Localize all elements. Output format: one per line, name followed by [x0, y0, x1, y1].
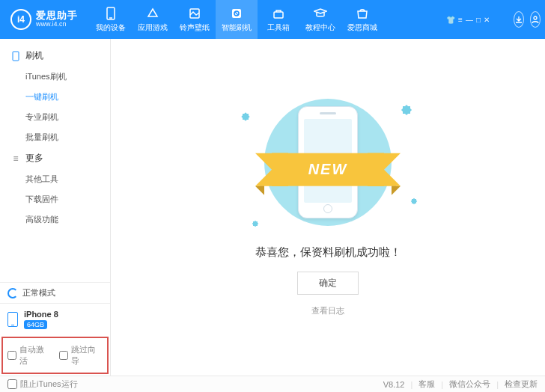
flash-icon [231, 6, 243, 21]
storage-badge: 64GB [24, 320, 47, 329]
wallpaper-icon [189, 6, 201, 21]
tab-toolbox[interactable]: 工具箱 [258, 0, 299, 39]
sidebar-item-download-fw[interactable]: 下载固件 [0, 189, 110, 209]
device-name: iPhone 8 [24, 310, 58, 319]
tab-label: 教程中心 [305, 22, 335, 33]
app-title: 爱思助手 [36, 10, 78, 21]
menu-icon[interactable]: ≡ [458, 16, 463, 24]
view-log-link[interactable]: 查看日志 [311, 305, 344, 316]
device-icon [7, 312, 18, 327]
tab-label: 爱思商城 [347, 22, 377, 33]
wechat-link[interactable]: 微信公众号 [449, 379, 490, 390]
option-label: 跳过向导 [71, 344, 103, 367]
apps-icon [147, 6, 159, 21]
phone-icon [106, 6, 116, 21]
sidebar-item-advanced[interactable]: 高级功能 [0, 209, 110, 230]
sidebar-item-itunes-flash[interactable]: iTunes刷机 [0, 67, 110, 87]
tab-flash[interactable]: 智能刷机 [216, 0, 258, 39]
auto-activate-checkbox[interactable]: 自动激活 [7, 344, 52, 367]
separator: | [441, 380, 443, 389]
support-link[interactable]: 客服 [418, 379, 435, 390]
tab-ringtones[interactable]: 铃声壁纸 [174, 0, 216, 39]
phone-outline-icon [10, 51, 21, 61]
flash-options-highlight: 自动激活 跳过向导 [1, 337, 109, 374]
sidebar: 刷机 iTunes刷机 一键刷机 专业刷机 批量刷机 ≡ 更多 其他工具 下载固… [0, 39, 111, 376]
tab-label: 我的设备 [96, 22, 126, 33]
store-icon [356, 6, 368, 21]
tab-apps[interactable]: 应用游戏 [132, 0, 174, 39]
tab-store[interactable]: 爱思商城 [341, 0, 383, 39]
check-update-link[interactable]: 检查更新 [505, 379, 538, 390]
svg-rect-6 [13, 52, 19, 61]
download-button[interactable] [514, 11, 524, 28]
tab-my-devices[interactable]: 我的设备 [90, 0, 132, 39]
maximize-icon[interactable]: □ [476, 16, 481, 24]
logo-badge: i4 [10, 9, 31, 30]
sidebar-item-pro-flash[interactable]: 专业刷机 [0, 107, 110, 127]
svg-point-5 [534, 16, 537, 19]
success-message: 恭喜您，保资料刷机成功啦！ [255, 245, 401, 260]
category-label: 刷机 [25, 49, 43, 62]
svg-rect-4 [274, 12, 283, 18]
tab-tutorials[interactable]: 教程中心 [299, 0, 341, 39]
tab-label: 铃声壁纸 [180, 22, 210, 33]
main-tabs: 我的设备 应用游戏 铃声壁纸 智能刷机 工具箱 教程中心 爱思商城 [90, 0, 383, 39]
sidebar-item-oneclick-flash[interactable]: 一键刷机 [0, 87, 110, 107]
user-button[interactable] [530, 11, 541, 28]
ok-button[interactable]: 确定 [297, 272, 359, 295]
mode-label: 正常模式 [22, 287, 55, 298]
app-logo: i4 爱思助手 www.i4.cn [4, 9, 84, 30]
tab-label: 工具箱 [267, 22, 290, 33]
category-label: 更多 [25, 152, 43, 165]
tab-label: 应用游戏 [138, 22, 168, 33]
connected-device[interactable]: iPhone 8 64GB [0, 303, 110, 335]
sidebar-category-more[interactable]: ≡ 更多 [0, 147, 110, 169]
more-icon: ≡ [10, 153, 21, 164]
window-controls: 👕 ≡ — □ ✕ [446, 11, 541, 28]
new-ribbon: NEW [272, 153, 384, 186]
skip-guide-checkbox[interactable]: 跳过向导 [59, 344, 103, 367]
device-mode-status[interactable]: 正常模式 [0, 282, 110, 303]
tutorial-icon [314, 6, 327, 21]
sidebar-item-other-tools[interactable]: 其他工具 [0, 169, 110, 189]
separator: | [410, 380, 412, 389]
block-itunes-checkbox[interactable]: 阻止iTunes运行 [7, 379, 78, 390]
title-bar: i4 爱思助手 www.i4.cn 我的设备 应用游戏 铃声壁纸 智能刷机 工具… [0, 0, 545, 39]
spinner-icon [7, 288, 18, 298]
option-label: 自动激活 [19, 344, 52, 367]
status-bar: 阻止iTunes运行 V8.12 | 客服 | 微信公众号 | 检查更新 [0, 376, 545, 392]
minimize-icon[interactable]: — [466, 16, 473, 24]
sidebar-item-batch-flash[interactable]: 批量刷机 [0, 127, 110, 147]
option-label: 阻止iTunes运行 [20, 379, 78, 390]
app-url: www.i4.cn [36, 21, 78, 28]
success-illustration: NEW [238, 91, 418, 233]
toolbox-icon [272, 6, 284, 21]
separator: | [496, 380, 499, 389]
shirt-icon[interactable]: 👕 [446, 16, 455, 24]
close-icon[interactable]: ✕ [484, 16, 490, 24]
main-content: NEW 恭喜您，保资料刷机成功啦！ 确定 查看日志 [111, 39, 545, 376]
version-label: V8.12 [383, 380, 405, 389]
tab-label: 智能刷机 [222, 22, 252, 33]
sidebar-category-flash[interactable]: 刷机 [0, 45, 110, 67]
